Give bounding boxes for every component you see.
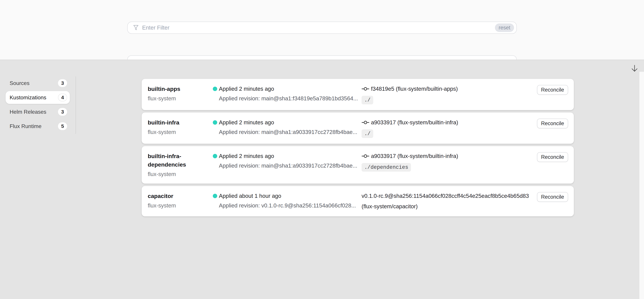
count-badge: 3: [58, 79, 67, 87]
source-ref-text: v0.1.0-rc.9@sha256:1154a066cf028ccff4c54…: [362, 192, 529, 200]
status-ok-dot: [213, 194, 217, 198]
sidebar-item-helm-releases[interactable]: Helm Releases 3: [6, 105, 70, 118]
kustomization-card: builtin-infra-dependencies flux-system A…: [142, 146, 574, 184]
revision-text: Applied revision: v0.1.0-rc.9@sha256:115…: [219, 202, 358, 209]
kustomization-list: builtin-apps flux-system Applied 2 minut…: [142, 79, 574, 219]
status-ok-dot: [213, 154, 217, 158]
status-ok-dot: [213, 120, 217, 125]
collapse-panel-button[interactable]: [630, 63, 640, 73]
resource-name: builtin-infra-dependencies: [148, 152, 213, 169]
resource-id: builtin-apps flux-system: [148, 85, 213, 102]
source-ref-text: a9033917 (flux-system/builtin-infra): [371, 118, 458, 127]
resource-name: capacitor: [148, 192, 213, 200]
source-column: v0.1.0-rc.9@sha256:1154a066cf028ccff4c54…: [362, 192, 537, 211]
filter-input[interactable]: [142, 24, 495, 31]
kustomization-card: builtin-apps flux-system Applied 2 minut…: [142, 79, 574, 110]
source-ref-target: (flux-system/capacitor): [362, 202, 532, 211]
sidebar-divider: [76, 76, 76, 134]
source-column: f34819e5 (flux-system/builtin-apps) ./: [362, 85, 537, 104]
status-column: Applied about 1 hour ago Applied revisio…: [213, 192, 362, 209]
resource-id: builtin-infra-dependencies flux-system: [148, 152, 213, 178]
sidebar: Sources 3 Kustomizations 4 Helm Releases…: [6, 77, 70, 134]
count-badge: 5: [58, 122, 67, 130]
sidebar-item-label: Sources: [10, 80, 30, 86]
resource-id: builtin-infra flux-system: [148, 118, 213, 136]
status-text: Applied 2 minutes ago: [219, 118, 274, 127]
reconcile-button[interactable]: Reconcile: [537, 192, 568, 202]
revision-text: Applied revision: main@sha1:f34819e5a789…: [219, 95, 358, 102]
status-column: Applied 2 minutes ago Applied revision: …: [213, 85, 362, 102]
source-column: a9033917 (flux-system/builtin-infra) ./d…: [362, 152, 537, 172]
status-text: Applied about 1 hour ago: [219, 192, 281, 200]
source-column: a9033917 (flux-system/builtin-infra) ./: [362, 118, 537, 138]
resource-id: capacitor flux-system: [148, 192, 213, 209]
scrollbar-track[interactable]: [639, 72, 644, 299]
resource-name: builtin-infra: [148, 118, 213, 127]
sidebar-item-kustomizations[interactable]: Kustomizations 4: [6, 91, 70, 104]
git-commit-icon: [362, 120, 369, 125]
revision-text: Applied revision: main@sha1:a9033917cc27…: [219, 162, 358, 169]
reconcile-button[interactable]: Reconcile: [537, 152, 568, 162]
sidebar-item-label: Helm Releases: [10, 109, 46, 115]
path-chip: ./: [362, 129, 373, 138]
reset-button[interactable]: reset: [495, 23, 514, 32]
resource-namespace: flux-system: [148, 128, 213, 136]
revision-text: Applied revision: main@sha1:a9033917cc27…: [219, 128, 358, 136]
reconcile-button[interactable]: Reconcile: [537, 85, 568, 95]
resource-namespace: flux-system: [148, 95, 213, 102]
sidebar-item-flux-runtime[interactable]: Flux Runtime 5: [6, 120, 70, 133]
down-arrow-icon: [630, 64, 639, 73]
status-text: Applied 2 minutes ago: [219, 85, 274, 93]
bottom-panel: Sources 3 Kustomizations 4 Helm Releases…: [0, 60, 644, 299]
status-ok-dot: [213, 87, 217, 91]
filter-bar: reset: [127, 22, 517, 34]
source-ref-text: a9033917 (flux-system/builtin-infra): [371, 152, 458, 160]
filter-funnel-icon: [133, 24, 140, 31]
path-chip: ./dependencies: [362, 163, 411, 172]
resource-name: builtin-apps: [148, 85, 213, 93]
count-badge: 4: [58, 94, 67, 101]
kustomization-card: capacitor flux-system Applied about 1 ho…: [142, 186, 574, 216]
sidebar-item-label: Kustomizations: [10, 94, 46, 101]
status-text: Applied 2 minutes ago: [219, 152, 274, 160]
git-commit-icon: [362, 153, 369, 159]
sidebar-item-label: Flux Runtime: [10, 123, 42, 129]
resource-namespace: flux-system: [148, 202, 213, 209]
kustomization-card: builtin-infra flux-system Applied 2 minu…: [142, 112, 574, 144]
reconcile-button[interactable]: Reconcile: [537, 119, 568, 128]
git-commit-icon: [362, 86, 369, 92]
source-ref-text: f34819e5 (flux-system/builtin-apps): [371, 85, 458, 93]
path-chip: ./: [362, 96, 373, 104]
status-column: Applied 2 minutes ago Applied revision: …: [213, 118, 362, 136]
status-column: Applied 2 minutes ago Applied revision: …: [213, 152, 362, 169]
count-badge: 3: [58, 108, 67, 116]
resource-namespace: flux-system: [148, 170, 213, 178]
sidebar-item-sources[interactable]: Sources 3: [6, 77, 70, 89]
